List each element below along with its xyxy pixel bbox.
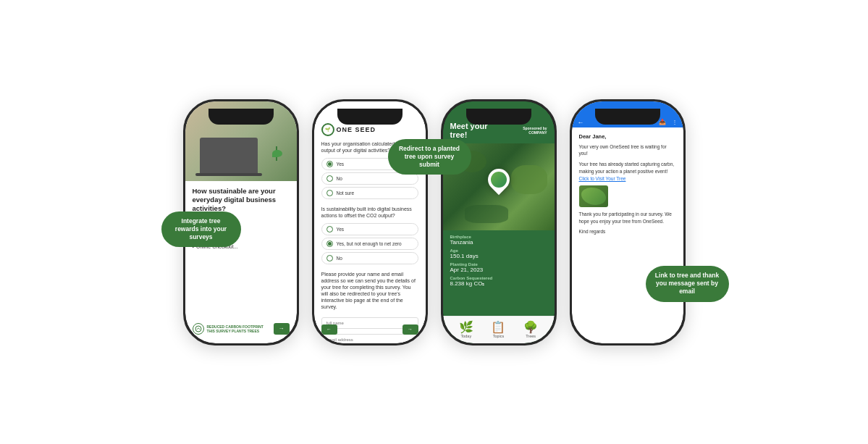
topics-label: Topics <box>493 334 505 338</box>
option-yes-2[interactable]: Yes <box>321 223 418 235</box>
birthplace-value: Tanzania <box>450 239 547 246</box>
phone-screen-1: How sustainable are your everyday digita… <box>185 101 297 343</box>
trees-icon: 🌳 <box>525 321 536 332</box>
option-no-2[interactable]: No <box>321 252 418 264</box>
next-button[interactable]: → <box>274 323 290 335</box>
survey-footer: REDUCED CARBON FOOTPRINT THIS SURVEY PLA… <box>185 323 297 335</box>
location-pin <box>488 169 510 194</box>
list-item-5: Online Checkout... <box>193 244 290 249</box>
topics-icon: 📋 <box>492 321 504 332</box>
svg-point-0 <box>195 326 201 332</box>
carbon-row: Carbon Sequestered 8.238 kg CO₂ <box>450 276 547 287</box>
phone-notch-1 <box>208 109 274 125</box>
phone-shell-1: How sustainable are your everyday digita… <box>183 99 299 345</box>
survey-content: How sustainable are your everyday digita… <box>185 181 297 256</box>
back-button[interactable]: ← <box>321 324 337 335</box>
brand-logo: REDUCED CARBON FOOTPRINT THIS SURVEY PLA… <box>193 323 264 335</box>
survey-form: Has your organisation calculated the CO2… <box>314 141 426 343</box>
email-para-2: Your tree has already started capturing … <box>579 161 676 182</box>
survey-title: How sustainable are your everyday digita… <box>193 187 290 214</box>
phone-notch-2 <box>337 109 403 125</box>
radio-no-1[interactable] <box>326 175 333 182</box>
map-patch-1 <box>458 151 486 172</box>
planting-row: Planting Date Apr 21, 2023 <box>450 262 547 273</box>
phone-shell-2: 🌱 ONE SEED Has your organisation calcula… <box>312 99 428 345</box>
tree-map <box>443 143 555 230</box>
email-thanks: Thank you for participating in our surve… <box>579 211 676 225</box>
survey-nav: ← → <box>314 324 426 335</box>
nav-trees[interactable]: 🌳 Trees <box>525 321 536 338</box>
nav-today[interactable]: 🌿 Today <box>460 321 472 338</box>
tree-leaf-img <box>581 188 606 205</box>
back-arrow-icon[interactable]: ← <box>578 119 584 126</box>
radio-yes-2[interactable] <box>326 226 333 233</box>
more-icon[interactable]: ⋮ <box>672 119 678 125</box>
bottom-nav: 🌿 Today 📋 Topics 🌳 Trees <box>443 316 555 343</box>
nav-topics[interactable]: 📋 Topics <box>492 321 504 338</box>
radio-no-2[interactable] <box>326 255 333 261</box>
plant-decoration <box>271 146 282 168</box>
plant-leaf <box>272 150 282 157</box>
planting-value: Apr 21, 2023 <box>450 267 547 273</box>
brand-icon <box>193 323 204 335</box>
birthplace-row: Birthplace Tanzania <box>450 235 547 246</box>
carbon-value: 8.238 kg CO₂ <box>450 280 547 287</box>
option-yesnet-2[interactable]: Yes, but not enough to net zero <box>321 238 418 250</box>
today-icon: 🌿 <box>460 321 472 332</box>
option-notsure-1[interactable]: Not sure <box>321 187 418 199</box>
phone-shell-4: ← 🗑 📥 ⋮ Dear Jane, Your very own OneSeed… <box>570 99 686 345</box>
survey-list: Digital Ads Virtual Events Online Traini… <box>193 218 290 249</box>
next-button-2[interactable]: → <box>403 324 418 335</box>
sponsor-info: Sponsored by COMPANY <box>505 126 547 135</box>
email-regards: Kind regards <box>579 229 676 234</box>
question-2: Is sustainability built into digital bus… <box>321 206 418 219</box>
list-item-4: Website Forms <box>193 238 290 243</box>
oneseed-name: ONE SEED <box>337 126 376 133</box>
laptop-silhouette <box>200 138 258 174</box>
list-item-2: Virtual Events <box>193 225 290 230</box>
pin-shape <box>483 164 513 194</box>
phone-notch-3 <box>466 109 531 125</box>
radio-notsure-1[interactable] <box>326 190 333 196</box>
radio-yesnet-2[interactable] <box>326 240 333 247</box>
oneseed-logo: 🌱 ONE SEED <box>321 123 376 136</box>
option-yes-1[interactable]: Yes <box>321 158 418 170</box>
today-label: Today <box>460 334 471 338</box>
oneseed-icon: 🌱 <box>321 123 334 136</box>
phone-notch-4 <box>595 109 660 125</box>
email-body: Dear Jane, Your very own OneSeed tree is… <box>572 127 683 240</box>
phone-4: ← 🗑 📥 ⋮ Dear Jane, Your very own OneSeed… <box>570 99 686 345</box>
option-no-1[interactable]: No <box>321 172 418 185</box>
question-3: Please provide your name and email addre… <box>321 271 418 311</box>
email-greeting: Dear Jane, <box>579 133 676 140</box>
email-para-1: Your very own OneSeed tree is waiting fo… <box>579 143 676 158</box>
age-value: 150.1 days <box>450 253 547 259</box>
question-1: Has your organisation calculated the CO2… <box>321 141 418 154</box>
tree-thumbnail <box>579 185 608 207</box>
phone-3: Meet your tree! Sponsored by COMPANY <box>441 99 557 345</box>
map-patch-3 <box>465 205 508 223</box>
phone-screen-3: Meet your tree! Sponsored by COMPANY <box>443 101 555 343</box>
phone-1: How sustainable are your everyday digita… <box>183 99 299 345</box>
radio-yes-1[interactable] <box>326 161 333 167</box>
phone-2: 🌱 ONE SEED Has your organisation calcula… <box>312 99 428 345</box>
email-input[interactable] <box>321 334 418 343</box>
list-item-3: Online Training <box>193 231 290 236</box>
list-item-1: Digital Ads <box>193 218 290 223</box>
archive-icon[interactable]: 📥 <box>659 119 666 125</box>
brand-text: REDUCED CARBON FOOTPRINT THIS SURVEY PLA… <box>207 324 264 333</box>
laptop-base <box>195 173 262 176</box>
phone-screen-4: ← 🗑 📥 ⋮ Dear Jane, Your very own OneSeed… <box>572 101 683 343</box>
phone-screen-2: 🌱 ONE SEED Has your organisation calcula… <box>314 101 426 343</box>
age-row: Age 150.1 days <box>450 248 547 259</box>
tree-info: Birthplace Tanzania Age 150.1 days Plant… <box>443 230 555 294</box>
phone-shell-3: Meet your tree! Sponsored by COMPANY <box>441 99 557 345</box>
pin-inner <box>491 172 507 188</box>
visit-tree-link[interactable]: Click to Visit Your Tree <box>579 176 626 181</box>
map-patch-2 <box>511 165 547 194</box>
trees-label: Trees <box>526 334 536 338</box>
